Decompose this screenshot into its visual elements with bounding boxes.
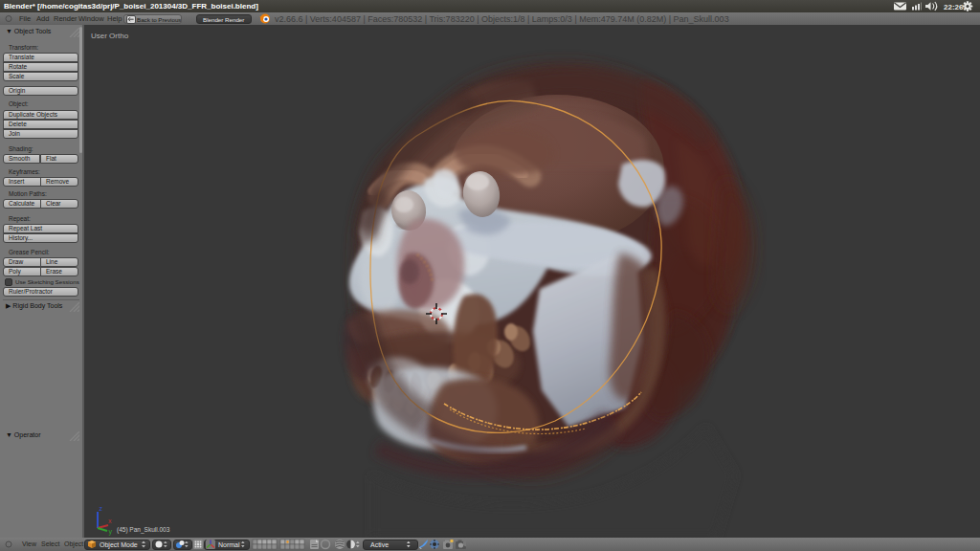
svg-text:x: x bbox=[108, 518, 112, 524]
svg-text:z: z bbox=[100, 505, 103, 512]
svg-text:22:26: 22:26 bbox=[944, 3, 964, 11]
svg-text:y: y bbox=[109, 528, 113, 536]
